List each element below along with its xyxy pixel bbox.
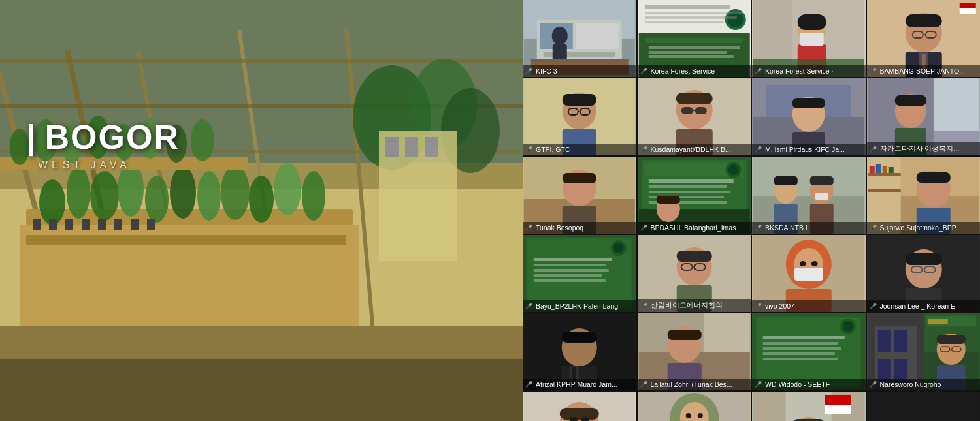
svg-rect-64 (645, 38, 743, 43)
thumb-label-bambang: BAMBANG SOEPIJANTO... (867, 65, 981, 77)
svg-rect-43 (33, 219, 41, 230)
svg-rect-151 (868, 173, 900, 176)
svg-rect-166 (534, 269, 609, 272)
svg-rect-67 (648, 55, 733, 58)
thumb-jakarta[interactable]: 자카르타지사 이성복지... (867, 78, 981, 155)
thumb-sujarwo[interactable]: Sujarwo Sujatmoko_BPP... (867, 157, 981, 234)
svg-rect-248 (825, 405, 851, 414)
svg-rect-40 (425, 137, 438, 157)
svg-point-23 (274, 163, 301, 215)
thumb-1kl5[interactable]: 1kL5pLZsIm7C4xNbq_70... (523, 392, 636, 421)
svg-rect-154 (875, 164, 881, 173)
svg-rect-44 (49, 219, 57, 230)
thumb-kfs1[interactable]: Korea Forest Service (638, 0, 751, 77)
svg-rect-211 (763, 347, 841, 350)
gallery-grid: KIFC 3 Korea Forest (523, 0, 980, 421)
svg-rect-124 (563, 173, 596, 183)
svg-point-240 (685, 413, 691, 418)
svg-rect-213 (763, 358, 838, 360)
main-video-panel: BOGOR WEST JAVA (0, 0, 523, 421)
thumb-label-vivo: vivo 2007 (752, 300, 866, 312)
svg-rect-247 (825, 395, 851, 405)
svg-rect-181 (794, 268, 823, 281)
thumb-tandya[interactable]: Tandya Tjahjana Tandya Tjahjana (867, 392, 981, 421)
thumb-gtpi[interactable]: GTPI, GTC (523, 78, 636, 155)
svg-rect-104 (676, 93, 712, 104)
thumb-label-kifc3: KIFC 3 (523, 65, 636, 77)
svg-point-14 (39, 179, 65, 225)
thumb-label-jakarta: 자카르타지사 이성복지... (867, 142, 981, 155)
svg-rect-119 (894, 95, 926, 106)
thumb-vivo[interactable]: vivo 2007 (752, 235, 866, 312)
thumb-label-bayu: Bayu_BP2LHK Palembang (523, 300, 636, 312)
thumb-lailatul[interactable]: Lailatul Zohri (Tunak Bes... (638, 313, 751, 390)
thumb-samidi[interactable]: Samidi KLHK (752, 392, 866, 421)
svg-point-22 (249, 176, 274, 223)
thumb-wdwidodo[interactable]: WD Widodo - SEETF (752, 313, 866, 390)
svg-rect-138 (656, 196, 679, 204)
thumb-bpdashl[interactable]: BPDASHL Batanghari_Imas (638, 157, 751, 234)
svg-rect-48 (114, 219, 122, 230)
thumb-azizah[interactable]: Azizah Nurul Aulia (638, 392, 751, 421)
svg-rect-45 (65, 219, 73, 230)
svg-rect-231 (560, 408, 599, 420)
svg-rect-220 (877, 330, 890, 352)
thumb-label-sanlim: 산림바이오에너지협의... (638, 299, 751, 312)
svg-point-208 (843, 321, 853, 332)
svg-rect-172 (676, 251, 711, 262)
svg-rect-212 (763, 352, 835, 355)
svg-rect-42 (0, 359, 523, 421)
thumb-sanlim[interactable]: 산림바이오에너지협의... (638, 235, 751, 312)
thumb-label-wdwidodo: WD Widodo - SEETF (752, 379, 866, 390)
svg-rect-65 (648, 46, 740, 49)
thumb-label-kusdama: Kusdamayanti/BDLHK B... (638, 144, 751, 155)
svg-rect-156 (888, 167, 893, 173)
thumb-kifc3[interactable]: KIFC 3 (523, 0, 636, 77)
thumb-mismi[interactable]: M. Ismi Pirdaus KIFC Ja... (752, 78, 866, 155)
svg-point-19 (170, 166, 196, 219)
svg-rect-152 (868, 189, 900, 192)
svg-rect-164 (534, 258, 612, 261)
thumb-label-naresworo: Naresworo Nugroho (867, 379, 981, 390)
svg-rect-97 (563, 94, 596, 106)
thumb-kfs2[interactable]: Korea Forest Service · (752, 0, 866, 77)
svg-point-20 (197, 171, 221, 221)
thumb-bambang[interactable]: BAMBANG SOEPIJANTO... (867, 0, 981, 77)
svg-rect-70 (645, 5, 730, 9)
svg-rect-203 (667, 330, 701, 340)
svg-rect-168 (534, 279, 606, 282)
svg-rect-131 (648, 179, 733, 183)
svg-rect-167 (534, 274, 602, 277)
svg-point-182 (800, 261, 806, 266)
svg-rect-116 (933, 78, 979, 131)
svg-point-18 (145, 176, 169, 223)
svg-point-21 (221, 165, 250, 220)
svg-rect-195 (562, 332, 597, 343)
thumb-naresworo[interactable]: Naresworo Nugroho (867, 313, 981, 390)
thumb-label-gtpi: GTPI, GTC (523, 144, 636, 155)
svg-rect-225 (936, 335, 965, 344)
thumb-kusdama[interactable]: Kusdamayanti/BDLHK B... (638, 78, 751, 155)
svg-rect-147 (815, 193, 828, 200)
svg-point-24 (302, 171, 325, 221)
svg-rect-143 (774, 176, 798, 185)
svg-rect-146 (810, 176, 834, 185)
thumb-bayu[interactable]: Bayu_BP2LHK Palembang (523, 235, 636, 312)
thumb-label-tunak: Tunak Besopoq (523, 222, 636, 234)
svg-rect-253 (868, 392, 979, 421)
svg-point-33 (191, 119, 214, 161)
thumb-label-kfs2: Korea Forest Service · (752, 65, 866, 77)
svg-rect-13 (26, 235, 346, 245)
svg-rect-50 (147, 219, 155, 230)
thumb-joonsan[interactable]: Joonsan Lee _ Korean E... (867, 235, 981, 312)
svg-point-163 (613, 243, 624, 253)
thumb-afrizal[interactable]: Afrizal KPHP Muaro Jam... (523, 313, 636, 390)
svg-point-15 (67, 166, 90, 219)
location-label: BOGOR WEST JAVA (26, 117, 180, 171)
svg-rect-217 (928, 319, 947, 324)
svg-point-130 (728, 164, 738, 175)
svg-rect-39 (405, 137, 418, 157)
thumb-tunak[interactable]: Tunak Besopoq (523, 157, 636, 234)
thumb-bksda[interactable]: BKSDA NTB I (752, 157, 866, 234)
thumb-label-bpdashl: BPDASHL Batanghari_Imas (638, 222, 751, 234)
